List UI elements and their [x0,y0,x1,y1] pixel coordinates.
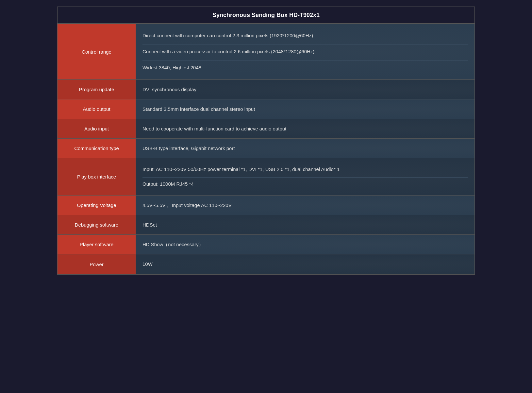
table-body: Control rangeDirect connect with compute… [58,24,474,274]
table-row-debugging-software: Debugging softwareHDSet [58,215,474,235]
table-row-power: Power10W [58,254,474,274]
value-text-communication-type: USB-B type interface, Gigabit network po… [142,145,468,152]
label-communication-type: Communication type [58,139,136,158]
table-title: Synchronous Sending Box HD-T902x1 [212,12,320,18]
value-text-program-update: DVI synchronous display [142,86,468,94]
table-row-communication-type: Communication typeUSB-B type interface, … [58,139,474,158]
value-text-power: 10W [142,260,468,268]
label-program-update: Program update [58,80,136,99]
value-text-audio-output: Standard 3.5mm interface dual channel st… [142,105,468,113]
label-control-range: Control range [58,24,136,79]
table-row-control-range: Control rangeDirect connect with compute… [58,24,474,80]
table-row-play-box-interface: Play box interfaceInput: AC 110~220V 50/… [58,158,474,196]
table-header: Synchronous Sending Box HD-T902x1 [58,7,474,24]
value-text-audio-input: Need to cooperate with multi-function ca… [142,125,468,133]
table-row-player-software: Player softwareHD Show（not necessary） [58,235,474,254]
label-debugging-software: Debugging software [58,215,136,234]
label-audio-output: Audio output [58,99,136,119]
value-line-play-box-interface-1: Output: 1000M RJ45 *4 [142,177,468,191]
table-row-program-update: Program updateDVI synchronous display [58,80,474,99]
value-power: 10W [136,254,474,274]
value-player-software: HD Show（not necessary） [136,235,474,254]
value-text-debugging-software: HDSet [142,221,468,229]
value-line-control-range-0: Direct connect with computer can control… [142,28,468,43]
value-debugging-software: HDSet [136,215,474,234]
value-audio-input: Need to cooperate with multi-function ca… [136,119,474,138]
value-audio-output: Standard 3.5mm interface dual channel st… [136,99,474,119]
value-control-range: Direct connect with computer can control… [136,24,474,79]
table-row-operating-voltage: Operating Voltage4.5V~5.5V， Input voltag… [58,196,474,215]
label-player-software: Player software [58,235,136,254]
label-power: Power [58,254,136,274]
value-program-update: DVI synchronous display [136,80,474,99]
value-play-box-interface: Input: AC 110~220V 50/60Hz power termina… [136,158,474,195]
value-line-play-box-interface-0: Input: AC 110~220V 50/60Hz power termina… [142,163,468,176]
table-row-audio-input: Audio inputNeed to cooperate with multi-… [58,119,474,139]
label-play-box-interface: Play box interface [58,158,136,195]
value-text-operating-voltage: 4.5V~5.5V， Input voltage AC 110~220V [142,201,468,209]
value-text-player-software: HD Show（not necessary） [142,241,468,248]
value-line-control-range-2: Widest 3840, Highest 2048 [142,60,468,75]
label-operating-voltage: Operating Voltage [58,196,136,215]
table-row-audio-output: Audio outputStandard 3.5mm interface dua… [58,99,474,119]
spec-table: Synchronous Sending Box HD-T902x1 Contro… [57,7,475,275]
value-communication-type: USB-B type interface, Gigabit network po… [136,139,474,158]
value-operating-voltage: 4.5V~5.5V， Input voltage AC 110~220V [136,196,474,215]
label-audio-input: Audio input [58,119,136,138]
value-line-control-range-1: Connect with a video processor to contro… [142,44,468,59]
